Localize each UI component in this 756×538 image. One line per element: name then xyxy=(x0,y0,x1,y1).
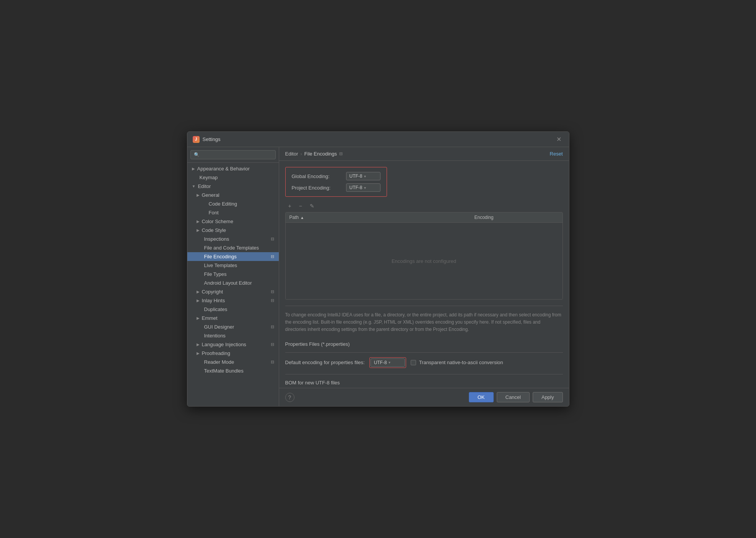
properties-section-title: Properties Files (*.properties) xyxy=(285,341,563,348)
sidebar-item-color-scheme[interactable]: ▶ Color Scheme xyxy=(187,217,279,226)
dialog-footer: ? OK Cancel Apply xyxy=(279,388,569,406)
bom-section: BOM for new UTF-8 files Create UTF-8 fil… xyxy=(285,374,563,388)
encoding-column-header: Encoding xyxy=(471,212,563,222)
chevron-right-icon: ▶ xyxy=(197,298,200,303)
transparent-conversion-checkbox[interactable] xyxy=(411,360,416,365)
encoding-config-box: Global Encoding: UTF-8 ▾ Project Encodin… xyxy=(285,167,387,197)
help-button[interactable]: ? xyxy=(285,393,294,402)
sidebar-item-label: Code Editing xyxy=(209,201,237,207)
sidebar-item-keymap[interactable]: Keymap xyxy=(187,173,279,182)
chevron-right-icon: ▶ xyxy=(192,167,195,171)
sidebar-item-inlay-hints[interactable]: ▶ Inlay Hints ⊟ xyxy=(187,296,279,305)
table-toolbar: + − ✎ xyxy=(285,201,563,211)
sidebar-item-duplicates[interactable]: Duplicates xyxy=(187,305,279,314)
sidebar-item-file-types[interactable]: File Types xyxy=(187,270,279,279)
sidebar-item-label: Emmet xyxy=(202,315,218,321)
remove-button[interactable]: − xyxy=(296,201,305,211)
sidebar-item-copyright[interactable]: ▶ Copyright ⊟ xyxy=(187,287,279,296)
sort-icon: ▲ xyxy=(300,216,304,220)
breadcrumb-separator: › xyxy=(300,151,302,157)
ok-button[interactable]: OK xyxy=(469,392,494,402)
path-label: Path xyxy=(289,215,299,220)
sidebar-item-live-templates[interactable]: Live Templates xyxy=(187,261,279,270)
properties-encoding-value: UTF-8 xyxy=(374,360,387,365)
chevron-right-icon: ▶ xyxy=(197,193,200,197)
edit-button[interactable]: ✎ xyxy=(307,201,317,211)
table-header: Path ▲ Encoding xyxy=(286,212,563,223)
project-encoding-select[interactable]: UTF-8 ▾ xyxy=(346,183,380,192)
sidebar-item-code-editing[interactable]: Code Editing xyxy=(187,199,279,208)
sidebar-item-label: Duplicates xyxy=(204,306,228,312)
settings-dialog: J Settings ✕ ▶ Appearance & Behavior Key… xyxy=(187,131,569,407)
dialog-title: Settings xyxy=(203,136,221,142)
sidebar-item-textmate-bundles[interactable]: TextMate Bundles xyxy=(187,366,279,375)
sidebar-item-reader-mode[interactable]: Reader Mode ⊟ xyxy=(187,358,279,366)
sidebar-item-appearance[interactable]: ▶ Appearance & Behavior xyxy=(187,164,279,173)
title-bar-left: J Settings xyxy=(193,136,221,143)
sidebar-item-label: Language Injections xyxy=(202,342,246,347)
sidebar-item-label: GUI Designer xyxy=(204,324,234,330)
search-input[interactable] xyxy=(190,150,276,159)
settings-icon: ⊟ xyxy=(271,254,274,259)
sidebar-item-label: Inspections xyxy=(204,236,229,242)
info-text: To change encoding IntelliJ IDEA uses fo… xyxy=(285,306,563,334)
sidebar-item-label: Live Templates xyxy=(204,263,237,268)
dialog-body: ▶ Appearance & Behavior Keymap ▼ Editor … xyxy=(187,147,569,406)
sidebar-item-proofreading[interactable]: ▶ Proofreading xyxy=(187,349,279,358)
sidebar-item-label: Code Style xyxy=(202,227,226,233)
sidebar-tree: ▶ Appearance & Behavior Keymap ▼ Editor … xyxy=(187,163,279,406)
sidebar-item-label: General xyxy=(202,192,219,198)
sidebar-item-general[interactable]: ▶ General xyxy=(187,191,279,199)
content-area: Global Encoding: UTF-8 ▾ Project Encodin… xyxy=(279,161,569,388)
transparent-conversion-row: Transparent native-to-ascii conversion xyxy=(411,360,503,365)
sidebar-item-inspections[interactable]: Inspections ⊟ xyxy=(187,235,279,243)
settings-icon: ⊟ xyxy=(271,298,274,303)
properties-encoding-select[interactable]: UTF-8 ▾ xyxy=(371,358,405,367)
sidebar-item-label: File Types xyxy=(204,271,227,277)
reset-button[interactable]: Reset xyxy=(550,151,563,157)
sidebar-item-label: File Encodings xyxy=(204,254,237,259)
close-button[interactable]: ✕ xyxy=(554,135,564,144)
breadcrumb-icon: ⊟ xyxy=(339,151,343,156)
sidebar-item-file-encodings[interactable]: File Encodings ⊟ xyxy=(187,252,279,261)
global-encoding-row: Global Encoding: UTF-8 ▾ xyxy=(292,172,380,180)
empty-message: Encodings are not configured xyxy=(392,258,456,264)
sidebar-item-font[interactable]: Font xyxy=(187,208,279,217)
search-bar xyxy=(187,147,279,163)
chevron-right-icon: ▶ xyxy=(197,342,200,347)
properties-encoding-row: Default encoding for properties files: U… xyxy=(285,357,563,368)
main-content: Editor › File Encodings ⊟ Reset Global E… xyxy=(279,147,569,406)
sidebar-item-android-layout-editor[interactable]: Android Layout Editor xyxy=(187,279,279,287)
properties-encoding-select-wrapper: UTF-8 ▾ xyxy=(369,357,406,368)
chevron-right-icon: ▶ xyxy=(197,228,200,232)
chevron-right-icon: ▶ xyxy=(197,290,200,294)
sidebar-item-editor[interactable]: ▼ Editor xyxy=(187,182,279,191)
sidebar-item-label: Copyright xyxy=(202,289,223,295)
global-encoding-value: UTF-8 xyxy=(350,173,363,179)
breadcrumb: Editor › File Encodings ⊟ xyxy=(285,151,343,157)
add-button[interactable]: + xyxy=(285,201,294,211)
dropdown-arrow-icon: ▾ xyxy=(389,360,390,365)
sidebar-item-intentions[interactable]: Intentions xyxy=(187,331,279,340)
sidebar-item-label: Android Layout Editor xyxy=(204,280,252,286)
cancel-button[interactable]: Cancel xyxy=(497,392,530,402)
chevron-right-icon: ▶ xyxy=(197,351,200,355)
properties-encoding-label: Default encoding for properties files: xyxy=(285,360,365,365)
sidebar-item-file-code-templates[interactable]: File and Code Templates xyxy=(187,243,279,252)
sidebar-item-code-style[interactable]: ▶ Code Style xyxy=(187,226,279,235)
project-encoding-row: Project Encoding: UTF-8 ▾ xyxy=(292,183,380,192)
sidebar-item-label: Intentions xyxy=(204,333,226,339)
global-encoding-label: Global Encoding: xyxy=(292,173,341,179)
sidebar-item-gui-designer[interactable]: GUI Designer ⊟ xyxy=(187,322,279,331)
title-bar: J Settings ✕ xyxy=(187,132,569,147)
chevron-down-icon: ▼ xyxy=(192,184,196,188)
chevron-right-icon: ▶ xyxy=(197,219,200,224)
sidebar-item-emmet[interactable]: ▶ Emmet xyxy=(187,314,279,322)
section-divider xyxy=(285,352,563,353)
sidebar-item-language-injections[interactable]: ▶ Language Injections ⊟ xyxy=(187,340,279,349)
apply-button[interactable]: Apply xyxy=(533,392,563,402)
breadcrumb-parent: Editor xyxy=(285,151,298,157)
settings-icon: ⊟ xyxy=(271,289,274,294)
global-encoding-select[interactable]: UTF-8 ▾ xyxy=(346,172,380,180)
sidebar: ▶ Appearance & Behavior Keymap ▼ Editor … xyxy=(187,147,279,406)
